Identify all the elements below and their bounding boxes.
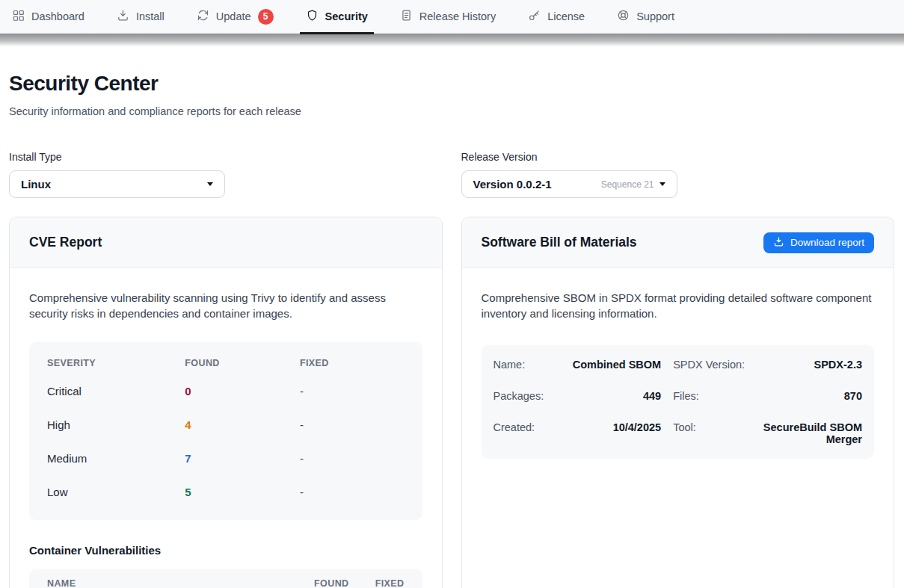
fixed-count: - bbox=[300, 418, 405, 431]
sbom-detail-label: Files: bbox=[673, 380, 745, 412]
severity-row-high: High 4 - bbox=[47, 408, 405, 442]
nav-item-install[interactable]: Install bbox=[117, 0, 164, 34]
sbom-detail-value: Combined SBOM bbox=[556, 349, 661, 380]
install-type-label: Install Type bbox=[9, 151, 443, 163]
severity-row-low: Low 5 - bbox=[47, 475, 405, 509]
refresh-icon bbox=[197, 9, 209, 24]
cve-description: Comprehensive vulnerability scanning usi… bbox=[29, 290, 422, 322]
col-fixed: FIXED bbox=[300, 358, 405, 368]
severity-row-medium: Medium 7 - bbox=[47, 442, 405, 475]
release-version-label: Release Version bbox=[461, 151, 895, 163]
page-title: Security Center bbox=[9, 72, 894, 96]
nav-label-security: Security bbox=[325, 10, 368, 22]
sbom-detail-value: SPDX-2.3 bbox=[757, 349, 862, 380]
severity-label: Medium bbox=[47, 452, 185, 465]
chevron-down-icon bbox=[207, 182, 213, 186]
sbom-detail-value: SecureBuild SBOM Merger bbox=[757, 412, 862, 455]
sbom-card-header: Software Bill of Materials Download repo… bbox=[462, 217, 894, 268]
nav-item-dashboard[interactable]: Dashboard bbox=[12, 0, 84, 34]
col-fixed: FIXED bbox=[369, 578, 405, 588]
top-navigation: Dashboard Install Update 5 Security Rele… bbox=[0, 0, 904, 34]
sbom-card-body: Comprehensive SBOM in SPDX format provid… bbox=[462, 268, 894, 480]
install-type-filter: Install Type Linux bbox=[9, 151, 443, 198]
sbom-detail-label: Tool: bbox=[673, 412, 745, 455]
sbom-details-panel: Name: Combined SBOM SPDX Version: SPDX-2… bbox=[482, 345, 875, 459]
main-content: Security Center Security information and… bbox=[0, 72, 904, 588]
nav-item-release-history[interactable]: Release History bbox=[400, 0, 496, 34]
download-tray-icon bbox=[773, 236, 784, 250]
sbom-detail-label: Created: bbox=[493, 412, 544, 455]
col-found: FOUND bbox=[185, 358, 300, 368]
fixed-count: - bbox=[300, 486, 405, 498]
release-version-filter: Release Version Version 0.0.2-1 Sequence… bbox=[461, 151, 895, 198]
sequence-hint: Sequence 21 bbox=[601, 179, 654, 190]
update-count-badge: 5 bbox=[258, 9, 274, 25]
sbom-detail-label: Packages: bbox=[493, 380, 544, 412]
container-table-header: NAME FOUND FIXED bbox=[29, 569, 422, 588]
download-report-button[interactable]: Download report bbox=[763, 232, 874, 253]
col-found: FOUND bbox=[303, 578, 349, 588]
lifebuoy-icon bbox=[617, 9, 630, 24]
nav-item-license[interactable]: License bbox=[528, 0, 585, 34]
col-severity: SEVERITY bbox=[47, 358, 185, 368]
shield-icon bbox=[306, 9, 319, 24]
sbom-card: Software Bill of Materials Download repo… bbox=[461, 217, 895, 588]
sbom-detail-label: SPDX Version: bbox=[673, 349, 745, 380]
download-report-label: Download report bbox=[790, 237, 864, 248]
filters-row: Install Type Linux Release Version Versi… bbox=[9, 151, 894, 198]
severity-row-critical: Critical 0 - bbox=[47, 374, 405, 408]
container-vulnerabilities-title: Container Vulnerabilities bbox=[29, 544, 422, 557]
document-icon bbox=[400, 9, 413, 24]
nav-item-update[interactable]: Update 5 bbox=[197, 0, 274, 34]
found-count: 0 bbox=[185, 385, 300, 397]
severity-label: High bbox=[47, 418, 185, 431]
nav-item-support[interactable]: Support bbox=[617, 0, 674, 34]
sbom-detail-value: 10/4/2025 bbox=[556, 412, 661, 455]
scroll-shadow-strip bbox=[0, 34, 904, 46]
nav-label-install: Install bbox=[136, 10, 164, 22]
key-icon bbox=[528, 9, 541, 24]
sbom-detail-value: 449 bbox=[556, 380, 661, 412]
nav-label-license: License bbox=[547, 10, 585, 22]
col-name: NAME bbox=[47, 578, 283, 588]
cve-card-header: CVE Report bbox=[10, 217, 442, 268]
page-subtitle: Security information and compliance repo… bbox=[9, 105, 894, 117]
nav-label-dashboard: Dashboard bbox=[31, 10, 84, 22]
nav-item-security[interactable]: Security bbox=[306, 0, 368, 34]
release-version-select[interactable]: Version 0.0.2-1 Sequence 21 bbox=[461, 170, 677, 198]
cards-grid: CVE Report Comprehensive vulnerability s… bbox=[9, 217, 894, 588]
nav-label-update: Update bbox=[216, 10, 251, 22]
severity-table: SEVERITY FOUND FIXED Critical 0 - High 4… bbox=[29, 342, 422, 520]
sbom-description: Comprehensive SBOM in SPDX format provid… bbox=[482, 290, 875, 322]
download-icon bbox=[117, 9, 129, 24]
fixed-count: - bbox=[300, 452, 405, 465]
cve-report-card: CVE Report Comprehensive vulnerability s… bbox=[9, 217, 443, 588]
chevron-down-icon bbox=[659, 182, 665, 186]
install-type-value: Linux bbox=[21, 178, 51, 191]
severity-label: Low bbox=[47, 486, 185, 498]
found-count: 7 bbox=[185, 452, 300, 465]
sbom-detail-value: 870 bbox=[757, 380, 862, 412]
grid-icon bbox=[12, 9, 25, 24]
nav-label-support: Support bbox=[636, 10, 674, 22]
release-version-value: Version 0.0.2-1 bbox=[473, 178, 552, 191]
cve-card-body: Comprehensive vulnerability scanning usi… bbox=[10, 268, 442, 588]
sbom-card-title: Software Bill of Materials bbox=[482, 235, 637, 250]
severity-label: Critical bbox=[47, 385, 185, 397]
found-count: 4 bbox=[185, 418, 300, 431]
nav-label-release-history: Release History bbox=[419, 10, 496, 22]
fixed-count: - bbox=[300, 385, 405, 397]
sbom-detail-label: Name: bbox=[493, 349, 544, 380]
install-type-select[interactable]: Linux bbox=[9, 170, 225, 198]
found-count: 5 bbox=[185, 486, 300, 498]
cve-card-title: CVE Report bbox=[29, 235, 102, 250]
severity-table-header: SEVERITY FOUND FIXED bbox=[47, 349, 405, 374]
